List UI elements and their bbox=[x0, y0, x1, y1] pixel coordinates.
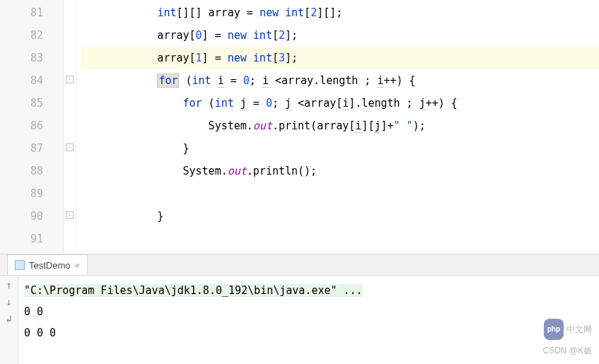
console-line: 0 0 bbox=[24, 301, 593, 322]
fold-column: - - - bbox=[64, 0, 76, 254]
line-number: 84 bbox=[0, 69, 63, 92]
fold-toggle-icon[interactable]: - bbox=[66, 211, 74, 219]
console-line: 0 0 0 bbox=[24, 322, 593, 344]
run-tab-bar: TestDemo × bbox=[0, 254, 599, 276]
console-toolbar: ↑ ↓ ↲ bbox=[0, 276, 18, 364]
code-line: System.out.print(array[i][j]+" "); bbox=[81, 115, 599, 137]
code-line: } bbox=[81, 205, 599, 228]
line-number: 82 bbox=[0, 24, 63, 47]
code-line bbox=[81, 228, 599, 250]
line-number: 85 bbox=[0, 92, 63, 115]
code-area[interactable]: int[][] array = new int[2][]; array[0] =… bbox=[76, 0, 599, 254]
code-line: int[][] array = new int[2][]; bbox=[81, 1, 599, 24]
code-line: for (int j = 0; j <array[i].length ; j++… bbox=[81, 92, 599, 115]
line-number: 83 bbox=[0, 47, 63, 69]
console-panel: ↑ ↓ ↲ "C:\Program Files\Java\jdk1.8.0_19… bbox=[0, 276, 599, 364]
line-number: 89 bbox=[0, 182, 63, 205]
scroll-up-icon[interactable]: ↑ bbox=[4, 280, 14, 290]
run-tab-testdemo[interactable]: TestDemo × bbox=[7, 254, 88, 275]
fold-toggle-icon[interactable]: - bbox=[66, 76, 74, 83]
close-icon[interactable]: × bbox=[75, 260, 81, 271]
code-line: } bbox=[81, 137, 599, 160]
soft-wrap-icon[interactable]: ↲ bbox=[4, 314, 14, 324]
code-line: for (int i = 0; i <array.length ; i++) { bbox=[81, 69, 599, 92]
tab-label: TestDemo bbox=[29, 260, 71, 271]
scroll-down-icon[interactable]: ↓ bbox=[4, 297, 14, 307]
fold-toggle-icon[interactable]: - bbox=[66, 143, 74, 151]
line-number-gutter: 81 82 83 84 85 86 87 88 89 90 91 bbox=[0, 0, 64, 254]
console-command: "C:\Program Files\Java\jdk1.8.0_192\bin\… bbox=[24, 284, 363, 297]
code-line: array[0] = new int[2]; bbox=[81, 24, 599, 47]
line-number: 81 bbox=[0, 1, 63, 24]
code-line-current: array[1] = new int[3]; bbox=[81, 47, 599, 69]
line-number: 90 bbox=[0, 205, 63, 228]
watermark: php中文网 CSDN @K嫱 bbox=[542, 319, 592, 361]
code-line bbox=[81, 182, 599, 205]
code-line: System.out.println(); bbox=[81, 160, 599, 182]
console-output[interactable]: "C:\Program Files\Java\jdk1.8.0_192\bin\… bbox=[18, 276, 599, 364]
code-editor[interactable]: 81 82 83 84 85 86 87 88 89 90 91 - - - i… bbox=[0, 0, 599, 254]
line-number: 91 bbox=[0, 228, 63, 250]
line-number: 88 bbox=[0, 160, 63, 182]
run-config-icon bbox=[15, 260, 25, 270]
line-number: 87 bbox=[0, 137, 63, 160]
line-number: 86 bbox=[0, 115, 63, 137]
